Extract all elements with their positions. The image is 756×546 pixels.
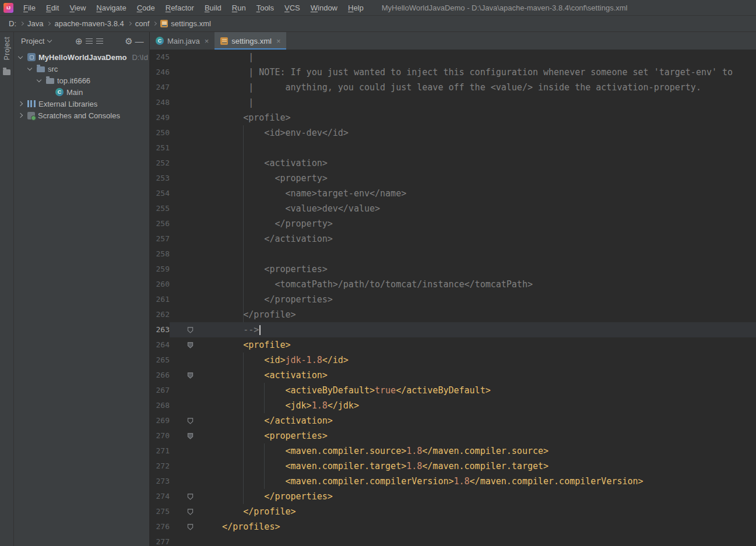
- editor-line[interactable]: 275 </profile>: [150, 504, 756, 519]
- editor-line[interactable]: 254 <name>target-env</name>: [150, 186, 756, 201]
- tree-chevron-box: [35, 80, 43, 82]
- editor-line[interactable]: 274 </properties>: [150, 489, 756, 504]
- gutter-marker-icon[interactable]: [187, 372, 194, 379]
- line-number: 263: [150, 322, 170, 337]
- tab-main-java[interactable]: Main.java×: [150, 32, 215, 50]
- editor-line[interactable]: 273 <maven.compiler.compilerVersion>1.8<…: [150, 474, 756, 489]
- collapse-all-icon[interactable]: [96, 38, 103, 44]
- breadcrumb-item[interactable]: conf: [133, 18, 152, 29]
- tab-settings-xml[interactable]: settings.xml×: [215, 32, 286, 50]
- editor-line[interactable]: 265 <id>jdk-1.8</id>: [150, 353, 756, 368]
- menu-tools[interactable]: Tools: [251, 3, 279, 12]
- editor-line[interactable]: 255 <value>dev</value>: [150, 201, 756, 216]
- editor-line[interactable]: 248 |: [150, 95, 756, 110]
- editor-line[interactable]: 258: [150, 246, 756, 262]
- gutter: [170, 398, 199, 413]
- menu-navigate[interactable]: Navigate: [91, 3, 131, 12]
- project-stripe-button[interactable]: Project: [3, 37, 11, 60]
- folder-tool-icon[interactable]: [3, 69, 10, 75]
- chevron-down-icon[interactable]: [37, 77, 41, 82]
- editor-line[interactable]: 267 <activeByDefault>true</activeByDefau…: [150, 383, 756, 398]
- breadcrumb-item-label: conf: [135, 19, 150, 28]
- editor-line[interactable]: 249 <profile>: [150, 110, 756, 125]
- editor-line[interactable]: 253 <property>: [150, 171, 756, 186]
- editor-line[interactable]: 266 <activation>: [150, 368, 756, 383]
- breadcrumb-item[interactable]: settings.xml: [159, 18, 213, 29]
- menu-build[interactable]: Build: [199, 3, 227, 12]
- chevron-right-icon[interactable]: [18, 101, 23, 106]
- chevron-right-icon[interactable]: [18, 113, 23, 118]
- gutter: [170, 277, 199, 292]
- editor-line[interactable]: 264 <profile>: [150, 337, 756, 353]
- menu-window[interactable]: Window: [305, 3, 343, 12]
- menu-file[interactable]: File: [18, 3, 41, 12]
- menu-help[interactable]: Help: [343, 3, 369, 12]
- editor-line[interactable]: 260 <tomcatPath>/path/to/tomcat/instance…: [150, 277, 756, 292]
- line-number: 258: [150, 246, 170, 262]
- tree-item-external-libraries[interactable]: External Libraries: [14, 98, 149, 110]
- tree-item-top-it6666[interactable]: top.it6666: [14, 75, 149, 86]
- tree-chevron-box: [16, 114, 24, 117]
- editor-line[interactable]: 277: [150, 534, 756, 546]
- menu-refactor[interactable]: Refactor: [160, 3, 199, 12]
- tree-item-main[interactable]: Main: [14, 86, 149, 98]
- chevron-down-icon[interactable]: [27, 65, 32, 70]
- editor-line[interactable]: 257 </activation>: [150, 231, 756, 246]
- gutter-marker-icon[interactable]: [187, 327, 194, 333]
- chevron-down-icon[interactable]: [18, 54, 23, 58]
- editor-line[interactable]: 256 </property>: [150, 216, 756, 231]
- editor-line[interactable]: 250 <id>env-dev</id>: [150, 125, 756, 140]
- breadcrumb-item[interactable]: D:: [7, 18, 18, 29]
- breadcrumb-item[interactable]: Java: [26, 18, 45, 29]
- gutter-marker-icon[interactable]: [187, 509, 194, 515]
- menu-vcs[interactable]: VCS: [279, 3, 305, 12]
- editor-line[interactable]: 252 <activation>: [150, 156, 756, 171]
- gutter: [170, 156, 199, 171]
- editor-line[interactable]: 259 <properties>: [150, 262, 756, 277]
- breadcrumb-item[interactable]: apache-maven-3.8.4: [52, 18, 125, 29]
- editor-line[interactable]: 271 <maven.compiler.source>1.8</maven.co…: [150, 443, 756, 459]
- gutter-marker-icon[interactable]: [187, 494, 194, 500]
- project-view-dropdown[interactable]: Project: [21, 37, 44, 45]
- editor-line[interactable]: 269 </activation>: [150, 413, 756, 428]
- line-number: 267: [150, 383, 170, 398]
- editor-line[interactable]: 262 </profile>: [150, 307, 756, 322]
- hide-panel-icon[interactable]: —: [134, 37, 145, 45]
- tree-item-scratches-and-consoles[interactable]: Scratches and Consoles: [14, 110, 149, 121]
- menu-edit[interactable]: Edit: [41, 3, 64, 12]
- folder-icon: [37, 66, 45, 72]
- editor[interactable]: 245 |246 | NOTE: If you just wanted to i…: [150, 50, 756, 546]
- tree-item-src[interactable]: src: [14, 63, 149, 75]
- gutter: [170, 474, 199, 489]
- editor-line[interactable]: 245 |: [150, 50, 756, 65]
- breadcrumb-item-label: settings.xml: [171, 19, 211, 28]
- code-text: |: [199, 50, 756, 65]
- gutter-marker-icon[interactable]: [187, 342, 194, 348]
- editor-line[interactable]: 268 <jdk>1.8</jdk>: [150, 398, 756, 413]
- editor-line[interactable]: 246 | NOTE: If you just wanted to inject…: [150, 65, 756, 80]
- menu-run[interactable]: Run: [227, 3, 251, 12]
- expand-all-icon[interactable]: [86, 38, 93, 44]
- menu-code[interactable]: Code: [132, 3, 160, 12]
- gutter-marker-icon[interactable]: [187, 418, 194, 424]
- gutter: [170, 262, 199, 277]
- settings-gear-icon[interactable]: ⚙: [124, 37, 134, 45]
- editor-line[interactable]: 247 | anything, you could just leave off…: [150, 80, 756, 95]
- line-number: 248: [150, 95, 170, 110]
- editor-line[interactable]: 263 -->: [150, 322, 756, 337]
- tree-item-myhelloworldjavademo[interactable]: MyHelloWorldJavaDemoD:\Id: [14, 51, 149, 63]
- gutter-marker-icon[interactable]: [187, 433, 194, 439]
- line-number: 255: [150, 201, 170, 216]
- line-number: 260: [150, 277, 170, 292]
- menu-view[interactable]: View: [64, 3, 91, 12]
- tab-close-icon[interactable]: ×: [205, 37, 209, 45]
- tab-close-icon[interactable]: ×: [276, 37, 281, 45]
- editor-line[interactable]: 261 </properties>: [150, 292, 756, 307]
- editor-line[interactable]: 272 <maven.compiler.target>1.8</maven.co…: [150, 459, 756, 474]
- breadcrumb-bar: D:Javaapache-maven-3.8.4confsettings.xml: [0, 16, 756, 32]
- locate-file-icon[interactable]: ⊕: [73, 37, 84, 45]
- editor-line[interactable]: 251: [150, 140, 756, 156]
- gutter-marker-icon[interactable]: [187, 524, 194, 530]
- editor-line[interactable]: 270 <properties>: [150, 428, 756, 443]
- editor-line[interactable]: 276 </profiles>: [150, 519, 756, 534]
